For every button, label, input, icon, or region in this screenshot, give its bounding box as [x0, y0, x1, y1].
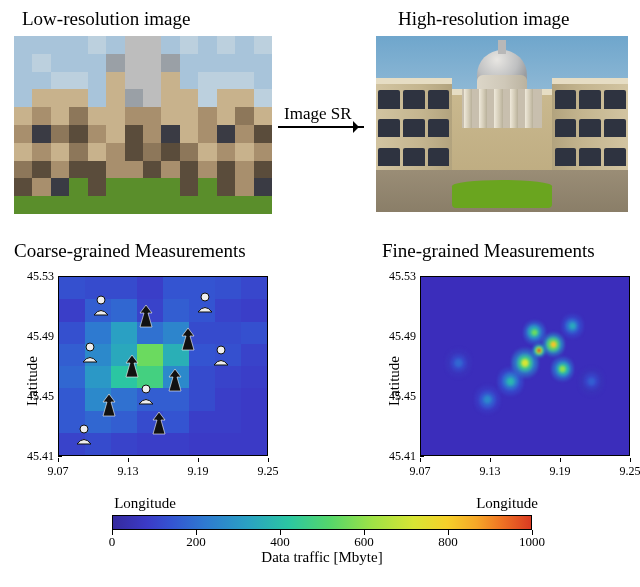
- heatmap-cell: [189, 411, 215, 433]
- colorbar-tick-label: 400: [270, 534, 290, 550]
- label-coarse: Coarse-grained Measurements: [14, 240, 246, 262]
- heatmap-cell: [241, 322, 267, 344]
- heatmap-cell: [215, 299, 241, 321]
- arrow-image-sr: [278, 126, 364, 128]
- user-icon: [80, 341, 100, 363]
- heatmap-cell: [59, 277, 85, 299]
- y-tick-label: 45.45: [389, 389, 416, 404]
- user-icon: [91, 294, 111, 316]
- colorbar: 02004006008001000 Data traffic [Mbyte]: [112, 515, 532, 573]
- colorbar-tick-label: 0: [109, 534, 116, 550]
- heatmap-cell: [59, 388, 85, 410]
- user-icon: [195, 291, 215, 313]
- base-station-icon: [122, 353, 142, 379]
- heatmap-hotspot: [531, 328, 538, 337]
- heatmap-cell: [137, 433, 163, 455]
- x-tick-label: 9.13: [479, 464, 500, 479]
- xlabel: Longitude: [376, 495, 638, 512]
- y-tick-label: 45.45: [27, 389, 54, 404]
- heatmap-cell: [215, 366, 241, 388]
- y-tick-label: 45.53: [27, 269, 54, 284]
- heatmap-cell: [241, 388, 267, 410]
- y-tick-label: 45.53: [389, 269, 416, 284]
- x-tick-label: 9.25: [258, 464, 279, 479]
- heatmap-hotspot: [483, 394, 492, 405]
- image-sr-row: Low-resolution image High-resolution ima…: [0, 0, 640, 230]
- svg-point-2: [86, 343, 94, 351]
- y-tick-label: 45.49: [27, 329, 54, 344]
- colorbar-tick-label: 200: [186, 534, 206, 550]
- heatmap-cell: [189, 388, 215, 410]
- x-tick-label: 9.19: [549, 464, 570, 479]
- x-tick-label: 9.13: [117, 464, 138, 479]
- heatmap-cell: [189, 433, 215, 455]
- svg-point-0: [97, 296, 105, 304]
- heatmap-cell: [111, 322, 137, 344]
- base-station-icon: [178, 326, 198, 352]
- colorbar-tick-label: 600: [354, 534, 374, 550]
- colorbar-tick-label: 1000: [519, 534, 545, 550]
- heatmap-cell: [215, 277, 241, 299]
- heatmap-cell: [241, 411, 267, 433]
- x-tick-label: 9.07: [48, 464, 69, 479]
- fine-heatmap: Latitude 45.4145.4545.4945.53 9.079.139.…: [376, 270, 638, 492]
- heatmap-cell: [241, 277, 267, 299]
- base-station-icon: [136, 303, 156, 329]
- heatmap-cell: [241, 299, 267, 321]
- svg-point-4: [142, 385, 150, 393]
- label-lowres: Low-resolution image: [22, 8, 190, 30]
- label-image-sr: Image SR: [284, 104, 352, 124]
- heatmap-hotspot: [550, 340, 557, 349]
- base-station-icon: [165, 367, 185, 393]
- colorbar-label: Data traffic [Mbyte]: [112, 549, 532, 566]
- heatmap-cell: [241, 366, 267, 388]
- heatmap-cell: [85, 366, 111, 388]
- svg-point-5: [80, 425, 88, 433]
- heatmap-cell: [111, 299, 137, 321]
- heatmap-cell: [111, 433, 137, 455]
- user-icon: [136, 383, 156, 405]
- svg-point-1: [201, 293, 209, 301]
- x-tick-label: 9.07: [410, 464, 431, 479]
- heatmap-cell: [59, 366, 85, 388]
- heatmap-hotspot: [569, 321, 576, 330]
- heatmap-cell: [163, 277, 189, 299]
- x-tick-label: 9.25: [620, 464, 641, 479]
- heatmap-cell: [215, 388, 241, 410]
- heatmap-cell: [215, 411, 241, 433]
- user-icon: [74, 423, 94, 445]
- heatmap-cell: [241, 433, 267, 455]
- label-fine: Fine-grained Measurements: [382, 240, 595, 262]
- y-tick-label: 45.41: [27, 449, 54, 464]
- colorbar-tick-label: 800: [438, 534, 458, 550]
- y-tick-label: 45.49: [389, 329, 416, 344]
- heatmap-cell: [215, 433, 241, 455]
- mtsr-row: Coarse-grained Measurements Fine-grained…: [0, 240, 640, 587]
- coarse-heatmap: Latitude 45.4145.4545.4945.53 9.079.139.…: [14, 270, 276, 492]
- base-station-icon: [149, 410, 169, 436]
- heatmap-cell: [163, 299, 189, 321]
- heatmap-cell: [189, 366, 215, 388]
- heatmap-cell: [59, 299, 85, 321]
- heatmap-cell: [241, 344, 267, 366]
- heatmap-hotspot: [454, 357, 463, 368]
- x-tick-label: 9.19: [187, 464, 208, 479]
- user-icon: [211, 344, 231, 366]
- lowres-image: [14, 36, 272, 214]
- base-station-icon: [99, 392, 119, 418]
- heatmap-cell: [111, 277, 137, 299]
- svg-point-3: [217, 346, 225, 354]
- highres-image: [376, 36, 628, 212]
- y-tick-label: 45.41: [389, 449, 416, 464]
- heatmap-hotspot: [587, 376, 596, 387]
- label-highres: High-resolution image: [398, 8, 570, 30]
- heatmap-cell: [137, 277, 163, 299]
- heatmap-hotspot: [521, 357, 530, 368]
- heatmap-cell: [215, 322, 241, 344]
- xlabel: Longitude: [14, 495, 276, 512]
- heatmap-cell: [163, 433, 189, 455]
